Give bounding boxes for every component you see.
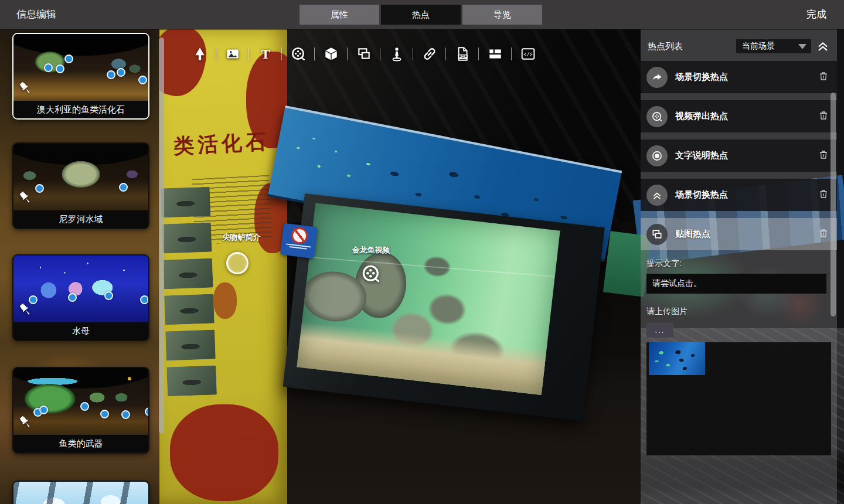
prompt-text-label: 提示文字: xyxy=(646,258,837,269)
tab-properties[interactable]: 属性 xyxy=(300,5,379,25)
double-chevron-up-icon xyxy=(646,185,668,206)
hotspot-row-scene-switch[interactable]: 场景切换热点 xyxy=(641,61,837,93)
pegman-icon[interactable] xyxy=(380,43,413,64)
text-hotspot-ring[interactable] xyxy=(226,252,249,274)
scene-name: 水母 xyxy=(13,322,148,340)
video-hotspot-icon[interactable] xyxy=(361,264,381,286)
svg-text:PDF: PDF xyxy=(458,55,466,59)
hotspot-marker-dot xyxy=(138,76,147,84)
layout-icon[interactable] xyxy=(479,43,511,64)
uploaded-image-panel xyxy=(646,342,831,455)
embed-code-icon[interactable]: </> xyxy=(512,43,544,64)
scene-switch-icon xyxy=(646,67,668,88)
tab-hotspots[interactable]: 热点 xyxy=(381,5,461,25)
poster-fish-photo xyxy=(166,365,217,396)
poster-fish-photo xyxy=(165,329,216,360)
hotspot-row-label: 文字说明热点 xyxy=(675,150,728,161)
scene-filter-value: 当前场景 xyxy=(742,41,775,52)
hotspot-marker-dot xyxy=(39,406,48,414)
collapse-panel-icon[interactable] xyxy=(815,39,831,54)
scene-card-australia-fish[interactable]: 澳大利亚的鱼类活化石 xyxy=(12,33,149,120)
top-bar: 信息编辑 属性 热点 导览 完成 xyxy=(0,0,844,29)
sidebar-scrollbar[interactable] xyxy=(159,38,164,434)
pin-icon xyxy=(17,80,33,98)
overlap-squares-icon xyxy=(646,224,668,245)
exhibit-poster: 类活化石 xyxy=(159,29,287,504)
hotspot-marker-dot xyxy=(35,184,44,193)
hotspot-marker-dot xyxy=(80,402,89,411)
tab-tour[interactable]: 导览 xyxy=(462,5,542,25)
hotspot-panel: 热点列表 当前场景 场景切换热点 xyxy=(641,29,837,504)
hotspot-marker-dot xyxy=(145,407,149,416)
aquarium-main-tank xyxy=(283,193,604,421)
hotspot-label: 金龙鱼视频 xyxy=(350,245,392,256)
poster-title-text: 类活化石 xyxy=(173,128,274,161)
pin-icon xyxy=(17,301,33,320)
pin-icon xyxy=(17,414,33,433)
prohibition-icon xyxy=(290,226,308,244)
app-window: 类活化石 尖吻鲈简介 金龙鱼视频 xyxy=(0,0,844,504)
hotspot-marker-dot xyxy=(121,410,130,419)
hotspot-panel-header: 热点列表 当前场景 xyxy=(641,29,837,54)
delete-icon[interactable] xyxy=(818,228,829,241)
scene-name: 鱼类的武器 xyxy=(13,435,148,452)
hotspot-marker-dot xyxy=(44,63,53,72)
panel-scrollbar[interactable] xyxy=(831,93,836,316)
browse-button[interactable]: ... xyxy=(646,323,673,338)
hotspot-row-label: 视频弹出热点 xyxy=(675,111,728,122)
video-popup-icon xyxy=(646,106,668,127)
aquarium-main-glass xyxy=(297,203,560,395)
poster-photo-column xyxy=(161,187,217,403)
upload-image-label: 请上传图片 xyxy=(646,307,837,317)
patch-icon[interactable] xyxy=(348,43,380,64)
scene-filter-dropdown[interactable]: 当前场景 xyxy=(736,39,811,53)
hotspot-row-patch[interactable]: 贴图热点 xyxy=(641,218,837,250)
scene-card-fish-weapons[interactable]: 鱼类的武器 xyxy=(12,367,149,454)
uploaded-image-thumbnail[interactable] xyxy=(649,342,705,375)
scene-thumbnail xyxy=(13,482,148,504)
prompt-text-input[interactable] xyxy=(646,274,826,294)
hotspot-list: 场景切换热点 视频弹出热点 文字说明热点 xyxy=(641,61,837,250)
poster-red-blob xyxy=(159,29,213,101)
text-icon[interactable]: T xyxy=(249,43,281,64)
hotspot-row-text-note[interactable]: 文字说明热点 xyxy=(641,139,837,172)
chevron-down-icon xyxy=(798,44,806,49)
hotspot-marker-dot xyxy=(68,293,77,302)
hotspot-row-scene-switch-2[interactable]: 场景切换热点 xyxy=(641,179,837,211)
delete-icon[interactable] xyxy=(818,110,829,123)
hotspot-marker-dot xyxy=(119,183,128,192)
svg-text:</>: </> xyxy=(523,52,533,58)
delete-icon[interactable] xyxy=(818,71,829,84)
hotspot-label: 尖吻鲈简介 xyxy=(217,232,266,243)
hotspot-list-title: 热点列表 xyxy=(648,41,683,52)
cube-3d-icon[interactable] xyxy=(315,43,347,64)
image-icon[interactable] xyxy=(216,43,249,64)
svg-text:T: T xyxy=(261,47,270,62)
hotspot-row-label: 场景切换热点 xyxy=(675,189,728,200)
scene-thumbnail xyxy=(13,144,148,210)
scene-card-jellyfish[interactable]: 水母 xyxy=(12,254,149,341)
scene-card-partial[interactable] xyxy=(12,481,149,504)
page-title: 信息编辑 xyxy=(16,0,56,29)
hotspot-marker-dot xyxy=(100,410,109,418)
scene-name: 尼罗河水域 xyxy=(13,210,148,228)
scene-thumbnail xyxy=(13,256,148,322)
video-icon[interactable] xyxy=(282,43,314,64)
link-icon[interactable] xyxy=(413,43,445,64)
delete-icon[interactable] xyxy=(818,189,829,202)
scene-thumbnail xyxy=(13,34,148,101)
scene-card-nile[interactable]: 尼罗河水域 xyxy=(12,142,149,229)
mode-tabs: 属性 热点 导览 xyxy=(300,5,542,25)
done-button[interactable]: 完成 xyxy=(806,0,826,29)
hotspot-marker-dot xyxy=(56,64,64,73)
hotspot-marker-dot xyxy=(107,70,115,79)
hotspot-toolbar: T PDF </> xyxy=(183,43,544,64)
scene-arrow-icon[interactable] xyxy=(183,43,216,64)
hotspot-row-video-popup[interactable]: 视频弹出热点 xyxy=(641,100,837,132)
text-note-icon xyxy=(646,145,668,166)
hotspot-marker-dot xyxy=(104,291,113,300)
hotspot-row-label: 贴图热点 xyxy=(675,229,710,240)
delete-icon[interactable] xyxy=(818,149,829,162)
poster-red-blob xyxy=(213,282,237,319)
pdf-icon[interactable]: PDF xyxy=(446,43,478,64)
